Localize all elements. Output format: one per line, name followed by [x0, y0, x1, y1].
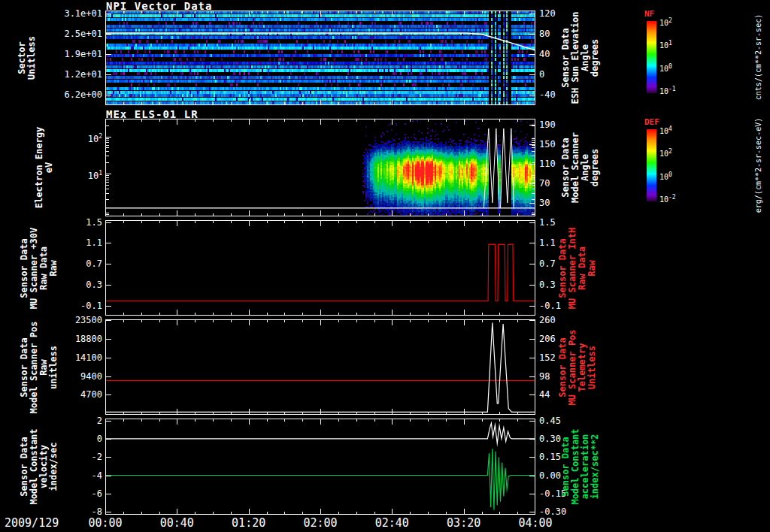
colorbar-nf	[647, 21, 656, 93]
y-axis-tick-label-right: 0	[539, 69, 544, 80]
time-axis-tick-label: 04:00	[518, 516, 552, 530]
y-axis-tick-label-right: 110	[539, 159, 556, 169]
time-axis-tick-label: 02:00	[303, 516, 337, 530]
panel3-mu-scanner-line-plot	[105, 220, 535, 316]
y-axis-tick-label: 0	[62, 434, 102, 444]
panel-left-axis-label: Sensor Data Model Scanner Pos Raw unitle…	[20, 321, 59, 413]
colorbar-def-unit: erg/(cm**2-sr-sec-eV)	[754, 118, 762, 213]
panel2-els-spectrogram	[105, 119, 535, 216]
y-axis-tick-label: 9400	[62, 371, 102, 382]
y-axis-tick-label-right: 0.00	[539, 470, 561, 481]
y-axis-tick-label-right: 190	[539, 119, 556, 130]
time-axis-tick-label: 01:20	[232, 516, 265, 530]
y-axis-tick-label-right: -40	[539, 89, 556, 100]
y-axis-tick-label: 1.2e+01	[62, 69, 102, 80]
panel-right-axis-label: Sensor Data Model Scanner Angle degrees	[561, 132, 600, 203]
y-axis-tick-label-right: 0.7	[539, 258, 556, 269]
y-axis-tick-label-right: 206	[539, 334, 556, 344]
panel-left-axis-label: Sensor Data MU Scanner +30V Raw Data Raw	[20, 227, 59, 308]
y-axis-tick-label: 1.5	[62, 217, 102, 228]
y-axis-tick-label: 6.2e+00	[62, 89, 102, 100]
y-axis-tick-label: -4	[62, 470, 102, 481]
y-axis-tick-label-right: 150	[539, 139, 556, 150]
y-axis-tick-label: 1.1	[62, 237, 102, 248]
time-axis-tick-label: 03:20	[447, 516, 480, 530]
time-axis-tick-label: 00:00	[88, 516, 122, 530]
colorbar-def	[647, 129, 656, 201]
y-axis-tick-label-right: 120	[539, 8, 556, 19]
y-axis-tick-label-right: 0.45	[539, 416, 561, 426]
tplot-display: NPI Vector Data MEx ELS-01 LR NF cnts/(c…	[0, 0, 770, 532]
y-axis-tick-label-right: 0.15	[539, 452, 561, 462]
colorbar-tick-label: 104	[659, 125, 672, 135]
y-axis-tick-label-right: 0.30	[539, 434, 561, 444]
y-axis-tick-label: 14100	[62, 352, 102, 363]
colorbar-nf-unit: cnts/(cm**2-sr-sec)	[754, 14, 762, 100]
panel1-npi-spectrogram	[105, 11, 535, 105]
panel-right-axis-label: Sensor Data ESH Sun Elevation Angle degr…	[561, 12, 600, 104]
panel-left-axis-label: Electron Energy eV	[35, 127, 54, 208]
y-axis-tick-label: 102	[62, 131, 102, 142]
y-axis-tick-label-right: 0.3	[539, 280, 556, 290]
colorbar-tick-label: 100	[659, 171, 672, 181]
panel-right-axis-label: Sensor Data MU Scanner IntH Raw Data Raw	[558, 227, 597, 308]
y-axis-tick-label: -6	[62, 488, 102, 499]
panel-left-axis-label: Sensor Data Model Constant velocity inde…	[20, 428, 59, 504]
panel-right-axis-label: Sensor Data Model Constant acceleration …	[561, 428, 600, 504]
y-axis-tick-label: 3.1e+01	[62, 8, 102, 19]
y-axis-tick-label: 18800	[62, 334, 102, 344]
date-label: 2009/129	[5, 516, 59, 530]
y-axis-tick-label-right: 152	[539, 352, 556, 363]
y-axis-tick-label-right: 44	[539, 389, 550, 400]
time-axis-tick-label: 02:40	[375, 516, 409, 530]
colorbar-tick-label: 10-1	[659, 86, 676, 95]
y-axis-tick-label-right: 1.5	[539, 217, 556, 228]
y-axis-tick-label-right: 98	[539, 371, 550, 382]
panel5-model-constant-line-plot	[105, 419, 535, 515]
y-axis-tick-label-right: 1.1	[539, 237, 556, 248]
colorbar-def-title: DEF	[644, 117, 659, 127]
y-axis-tick-label: 101	[62, 168, 102, 179]
y-axis-tick-label-right: 80	[539, 29, 550, 39]
y-axis-tick-label: 23500	[62, 315, 102, 325]
y-axis-tick-label: -0.1	[62, 301, 102, 311]
y-axis-tick-label: 2	[62, 416, 102, 426]
time-axis-tick-label: 00:40	[160, 516, 194, 530]
y-axis-tick-label: 4700	[62, 389, 102, 400]
y-axis-tick-label: 0.3	[62, 280, 102, 290]
y-axis-tick-label: 2.5e+01	[62, 29, 102, 39]
colorbar-nf-title: NF	[644, 9, 654, 19]
y-axis-tick-label: 0.7	[62, 258, 102, 269]
y-axis-tick-label: 1.9e+01	[62, 49, 102, 59]
colorbar-tick-label: 102	[659, 17, 672, 27]
colorbar-tick-label: 10-2	[659, 194, 676, 204]
y-axis-tick-label-right: 30	[539, 198, 550, 208]
panel4-scanner-pos-line-plot	[105, 319, 535, 415]
y-axis-tick-label-right: 260	[539, 315, 556, 325]
colorbar-tick-label: 100	[659, 63, 672, 73]
y-axis-tick-label-right: 40	[539, 49, 550, 59]
panel-right-axis-label: Sensor Data MU Scanner Pos Telemetry Uni…	[558, 329, 597, 405]
y-axis-tick-label: -2	[62, 452, 102, 462]
colorbar-tick-label: 102	[659, 148, 672, 158]
colorbar-tick-label: 101	[659, 40, 672, 50]
y-axis-tick-label-right: 70	[539, 178, 550, 189]
panel-left-axis-label: Sector Unitless	[17, 36, 37, 80]
